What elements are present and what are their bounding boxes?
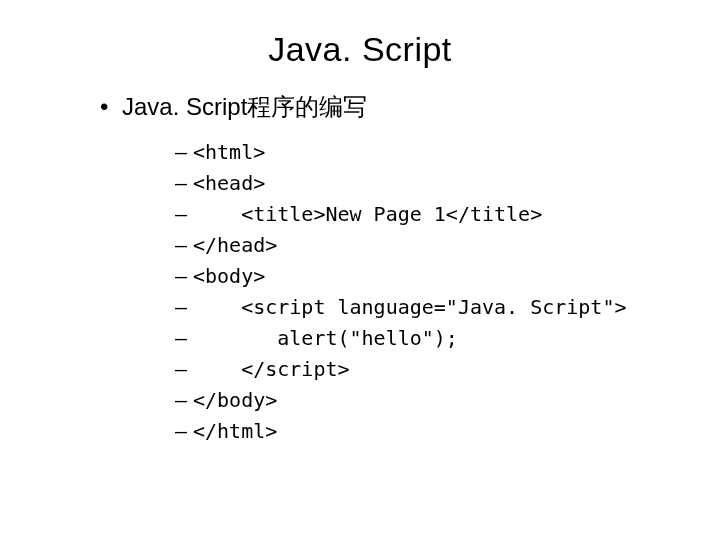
code-line: – alert("hello");: [175, 323, 680, 354]
code-block: –<html> –<head> – <title>New Page 1</tit…: [175, 137, 680, 447]
dash-icon: –: [175, 230, 193, 261]
code-line: – <title>New Page 1</title>: [175, 199, 680, 230]
bullet-dot-icon: •: [100, 93, 122, 121]
code-line: – <script language="Java. Script">: [175, 292, 680, 323]
dash-icon: –: [175, 354, 193, 385]
code-text: <html>: [193, 140, 265, 164]
dash-icon: –: [175, 385, 193, 416]
code-text: </body>: [193, 388, 277, 412]
bullet-text: Java. Script程序的编写: [122, 93, 367, 120]
code-line: –<head>: [175, 168, 680, 199]
dash-icon: –: [175, 168, 193, 199]
code-line: –<html>: [175, 137, 680, 168]
dash-icon: –: [175, 416, 193, 447]
code-text: </script>: [193, 357, 350, 381]
dash-icon: –: [175, 199, 193, 230]
code-text: <body>: [193, 264, 265, 288]
code-text: alert("hello");: [193, 326, 458, 350]
code-line: –<body>: [175, 261, 680, 292]
code-line: –</html>: [175, 416, 680, 447]
dash-icon: –: [175, 261, 193, 292]
dash-icon: –: [175, 137, 193, 168]
code-text: <script language="Java. Script">: [193, 295, 626, 319]
code-text: </head>: [193, 233, 277, 257]
slide-title: Java. Script: [40, 30, 680, 69]
code-line: –</body>: [175, 385, 680, 416]
bullet-level-1: •Java. Script程序的编写: [100, 91, 680, 123]
code-line: – </script>: [175, 354, 680, 385]
code-text: </html>: [193, 419, 277, 443]
code-text: <head>: [193, 171, 265, 195]
code-line: –</head>: [175, 230, 680, 261]
code-text: <title>New Page 1</title>: [193, 202, 542, 226]
dash-icon: –: [175, 323, 193, 354]
dash-icon: –: [175, 292, 193, 323]
